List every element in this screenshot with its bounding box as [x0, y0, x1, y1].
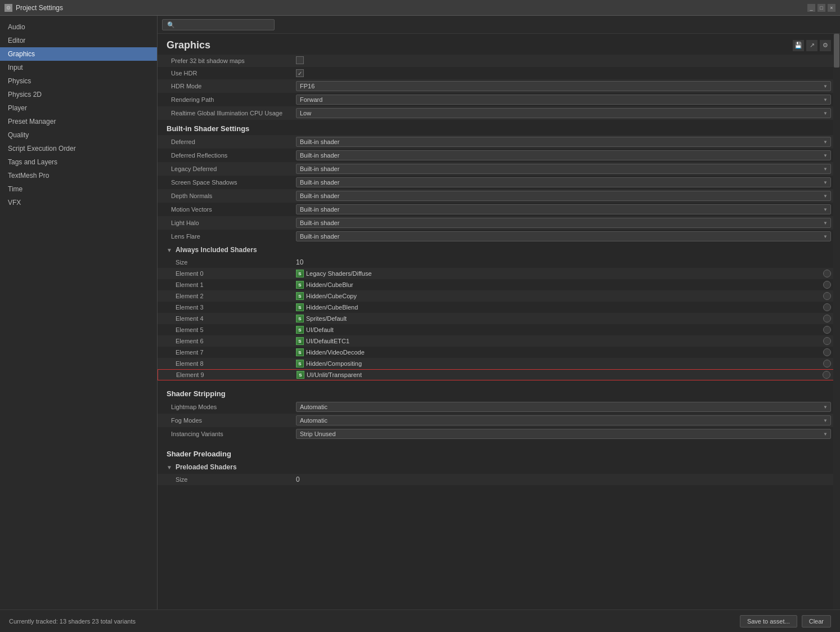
- deferred-reflections-dropdown[interactable]: Built-in shader: [296, 150, 831, 160]
- element-7-text: Hidden/VideoDecode: [306, 349, 821, 356]
- instancing-variants-dropdown[interactable]: Strip Unused: [296, 429, 831, 439]
- hdr-mode-dropdown[interactable]: FP16: [296, 81, 831, 91]
- element-9-label: Element 9: [167, 371, 297, 378]
- deferred-reflections-label: Deferred Reflections: [167, 152, 296, 159]
- section-title: Graphics: [167, 39, 210, 51]
- sidebar-item-tags-and-layers[interactable]: Tags and Layers: [0, 155, 157, 169]
- prop-lens-flare: Lens Flare Built-in shader: [158, 230, 840, 243]
- sidebar-item-quality[interactable]: Quality: [0, 128, 157, 142]
- header-icon-settings[interactable]: ⚙: [820, 40, 831, 51]
- shader-stripping-title: Shader Stripping: [167, 389, 226, 398]
- element-8-row: Element 8 S Hidden/Compositing: [158, 358, 840, 369]
- sidebar-item-player[interactable]: Player: [0, 101, 157, 115]
- preloaded-size-label: Size: [167, 476, 296, 483]
- builtin-shader-title: Built-in Shader Settings: [167, 124, 249, 133]
- element-5-value: S UI/Default: [296, 326, 831, 334]
- element-5-shader-icon: S: [296, 326, 304, 334]
- element-3-circle-btn[interactable]: [823, 303, 831, 311]
- sidebar-item-input[interactable]: Input: [0, 61, 157, 74]
- rendering-path-label: Rendering Path: [167, 96, 296, 103]
- element-9-text: UI/Unlit/Transparent: [307, 371, 820, 378]
- motion-vectors-dropdown[interactable]: Built-in shader: [296, 204, 831, 214]
- rendering-path-dropdown[interactable]: Forward: [296, 95, 831, 105]
- header-icon-export[interactable]: ↗: [806, 40, 817, 51]
- element-8-circle-btn[interactable]: [823, 360, 831, 367]
- lens-flare-dropdown[interactable]: Built-in shader: [296, 231, 831, 241]
- sidebar-item-physics2d[interactable]: Physics 2D: [0, 88, 157, 101]
- close-button[interactable]: ×: [828, 4, 835, 12]
- prop-realtime-gi: Realtime Global Illumination CPU Usage L…: [158, 106, 840, 120]
- search-input[interactable]: [162, 19, 275, 30]
- use-hdr-label: Use HDR: [167, 70, 296, 77]
- element-0-row: Element 0 S Legacy Shaders/Diffuse: [158, 268, 840, 279]
- use-hdr-value: ✓: [296, 69, 831, 77]
- save-to-asset-button[interactable]: Save to asset...: [740, 615, 797, 627]
- screen-space-shadows-dropdown[interactable]: Built-in shader: [296, 177, 831, 187]
- element-0-text: Legacy Shaders/Diffuse: [306, 270, 821, 277]
- always-included-collapse[interactable]: ▼ Always Included Shaders: [158, 243, 840, 257]
- element-6-circle-btn[interactable]: [823, 337, 831, 345]
- sidebar-item-audio[interactable]: Audio: [0, 20, 157, 34]
- main-content: Graphics 💾 ↗ ⚙ Prefer 32 bit shadow maps…: [158, 16, 840, 632]
- element-1-shader-icon: S: [296, 281, 304, 289]
- fog-modes-dropdown[interactable]: Automatic: [296, 415, 831, 425]
- element-1-text: Hidden/CubeBlur: [306, 281, 821, 288]
- element-0-circle-btn[interactable]: [823, 270, 831, 277]
- lightmap-modes-dropdown-wrap: Automatic: [296, 402, 831, 412]
- lightmap-modes-dropdown[interactable]: Automatic: [296, 402, 831, 412]
- legacy-deferred-dropdown[interactable]: Built-in shader: [296, 164, 831, 174]
- element-3-label: Element 3: [167, 304, 296, 311]
- clear-button[interactable]: Clear: [802, 615, 831, 627]
- scrollbar-thumb[interactable]: [834, 34, 839, 68]
- element-2-shader-icon: S: [296, 292, 304, 300]
- sidebar-item-textmesh-pro[interactable]: TextMesh Pro: [0, 169, 157, 182]
- sidebar-item-preset-manager[interactable]: Preset Manager: [0, 115, 157, 128]
- deferred-reflections-dropdown-wrap: Built-in shader: [296, 150, 831, 160]
- instancing-variants-label: Instancing Variants: [167, 431, 296, 437]
- realtime-gi-dropdown-wrap: Low: [296, 108, 831, 118]
- use-hdr-checkbox[interactable]: ✓: [296, 69, 304, 77]
- sidebar-item-time[interactable]: Time: [0, 182, 157, 196]
- sidebar-item-physics[interactable]: Physics: [0, 74, 157, 88]
- minimize-button[interactable]: _: [807, 4, 815, 12]
- prefer-32bit-checkbox[interactable]: [296, 56, 304, 64]
- legacy-deferred-label: Legacy Deferred: [167, 165, 296, 172]
- motion-vectors-dropdown-wrap: Built-in shader: [296, 204, 831, 214]
- deferred-dropdown[interactable]: Built-in shader: [296, 137, 831, 147]
- app-icon: ⚙: [5, 4, 12, 12]
- element-1-circle-btn[interactable]: [823, 281, 831, 289]
- preloaded-shaders-collapse[interactable]: ▼ Preloaded Shaders: [158, 460, 840, 474]
- instancing-variants-dropdown-wrap: Strip Unused: [296, 429, 831, 439]
- element-6-value: S UI/DefaultETC1: [296, 337, 831, 345]
- deferred-label: Deferred: [167, 138, 296, 145]
- content-area: Graphics 💾 ↗ ⚙ Prefer 32 bit shadow maps…: [158, 34, 840, 513]
- rendering-path-dropdown-wrap: Forward: [296, 95, 831, 105]
- element-7-label: Element 7: [167, 349, 296, 356]
- element-2-text: Hidden/CubeCopy: [306, 293, 821, 299]
- realtime-gi-dropdown[interactable]: Low: [296, 108, 831, 118]
- prop-rendering-path: Rendering Path Forward: [158, 93, 840, 106]
- prop-screen-space-shadows: Screen Space Shadows Built-in shader: [158, 176, 840, 189]
- element-7-shader-icon: S: [296, 348, 304, 356]
- element-7-circle-btn[interactable]: [823, 348, 831, 356]
- sidebar-item-editor[interactable]: Editor: [0, 34, 157, 47]
- sidebar-item-script-execution-order[interactable]: Script Execution Order: [0, 142, 157, 155]
- light-halo-label: Light Halo: [167, 219, 296, 226]
- element-5-circle-btn[interactable]: [823, 326, 831, 334]
- prop-motion-vectors: Motion Vectors Built-in shader: [158, 203, 840, 216]
- light-halo-dropdown[interactable]: Built-in shader: [296, 218, 831, 228]
- element-7-value: S Hidden/VideoDecode: [296, 348, 831, 356]
- sidebar-item-vfx[interactable]: VFX: [0, 196, 157, 209]
- header-icon-save[interactable]: 💾: [793, 40, 804, 51]
- maximize-button[interactable]: □: [817, 4, 825, 12]
- shader-preloading-header: Shader Preloading: [158, 445, 840, 460]
- element-9-circle-btn[interactable]: [823, 371, 830, 379]
- depth-normals-dropdown[interactable]: Built-in shader: [296, 191, 831, 201]
- element-5-text: UI/Default: [306, 326, 821, 333]
- screen-space-shadows-dropdown-wrap: Built-in shader: [296, 177, 831, 187]
- element-4-circle-btn[interactable]: [823, 315, 831, 322]
- element-6-shader-icon: S: [296, 337, 304, 345]
- element-2-row: Element 2 S Hidden/CubeCopy: [158, 290, 840, 302]
- element-2-circle-btn[interactable]: [823, 292, 831, 300]
- sidebar-item-graphics[interactable]: Graphics: [0, 47, 157, 61]
